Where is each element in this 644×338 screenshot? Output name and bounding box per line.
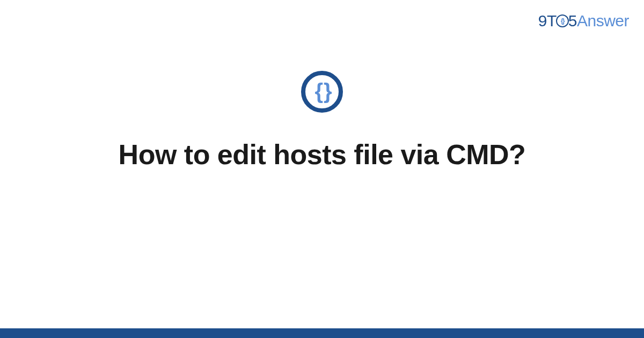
page-title: How to edit hosts file via CMD? [0,138,644,171]
hero-logo-icon: { } [301,71,343,113]
hero-braces-icon: { } [314,79,329,104]
brand-suffix: Answer [577,12,629,30]
brand-prefix: 9T [538,12,557,30]
brand-braces-icon: {} [561,17,564,25]
brand-digit: 5 [568,12,577,30]
site-brand: 9T{}5Answer [538,12,629,30]
brand-logo-icon: {} [556,14,569,27]
footer-accent-bar [0,328,644,338]
